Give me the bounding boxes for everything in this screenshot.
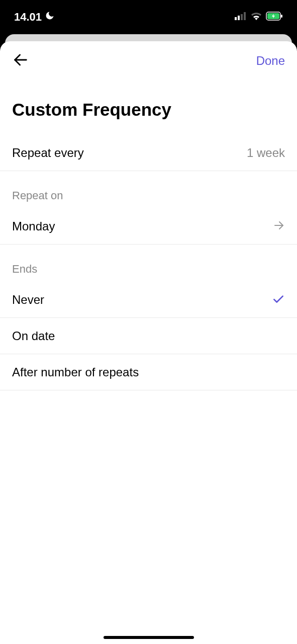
ends-header: Ends [0, 245, 297, 282]
repeat-every-value: 1 week [247, 146, 285, 160]
status-time-group: 14.01 [14, 11, 55, 24]
repeat-every-row[interactable]: Repeat every 1 week [0, 135, 297, 171]
check-icon [272, 292, 285, 307]
status-icons [235, 12, 283, 23]
ends-after-repeats-label: After number of repeats [12, 365, 139, 379]
arrow-right-icon [273, 219, 285, 233]
cellular-icon [235, 12, 247, 22]
moon-icon [45, 11, 55, 24]
ends-option-after-repeats[interactable]: After number of repeats [0, 354, 297, 390]
done-button[interactable]: Done [256, 54, 285, 68]
repeat-on-header: Repeat on [0, 171, 297, 208]
home-indicator[interactable] [104, 636, 194, 639]
repeat-every-label: Repeat every [12, 146, 84, 160]
status-bar: 14.01 [0, 0, 297, 34]
modal-sheet: Done Custom Frequency Repeat every 1 wee… [0, 41, 297, 644]
ends-never-label: Never [12, 293, 44, 307]
svg-rect-2 [241, 14, 243, 20]
nav-bar: Done [0, 41, 297, 75]
ends-option-never[interactable]: Never [0, 282, 297, 318]
page-title: Custom Frequency [0, 75, 297, 135]
svg-rect-0 [235, 17, 237, 20]
ends-option-on-date[interactable]: On date [0, 318, 297, 354]
repeat-on-row[interactable]: Monday [0, 208, 297, 245]
back-button[interactable] [12, 51, 29, 70]
wifi-icon [251, 12, 262, 22]
svg-rect-6 [281, 15, 282, 18]
svg-rect-3 [244, 12, 246, 20]
svg-rect-1 [238, 16, 240, 20]
ends-on-date-label: On date [12, 329, 55, 343]
status-time: 14.01 [14, 11, 42, 24]
battery-icon [266, 12, 283, 23]
repeat-on-value: Monday [12, 219, 55, 233]
